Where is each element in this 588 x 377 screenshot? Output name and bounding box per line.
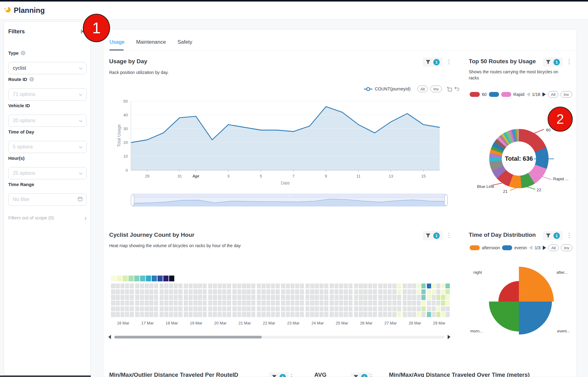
top-routes-subtitle: Shows the routes carrying the most bicyc…: [469, 69, 560, 81]
zoom-reset-icon[interactable]: [454, 86, 460, 92]
hour-heatmap: [111, 284, 450, 318]
next-page-icon[interactable]: [542, 92, 546, 97]
callout-rapid: Rapid ...: [553, 177, 568, 181]
routes-kebab-menu[interactable]: [566, 58, 572, 67]
annotation-step-2: 2: [548, 107, 573, 132]
filter-funnel-icon: [546, 60, 551, 64]
svg-text:29: 29: [145, 174, 149, 178]
bottom-kebab-menu[interactable]: [368, 373, 374, 377]
info-icon: [29, 77, 34, 82]
usage-kebab-menu[interactable]: [446, 58, 452, 67]
rose-chart[interactable]: [482, 265, 556, 338]
type-select[interactable]: cyclist: [8, 62, 87, 74]
usage-filter-chip[interactable]: 1: [423, 57, 442, 67]
usage-legend: COUNT(journeyId) All Inv: [364, 86, 460, 92]
filters-out-of-scope-link[interactable]: Filters out of scope (0)›: [8, 215, 87, 220]
planning-pie-icon: [4, 6, 11, 14]
legend-swatch[interactable]: [502, 245, 512, 250]
tab-maintenance[interactable]: Maintenance: [136, 39, 166, 45]
bottom-title-distance-per-route: Min/Max/Outlier Distance Traveled Per Ro…: [109, 372, 238, 377]
rose-label-night: night: [473, 270, 482, 275]
filter-funnel-icon: [426, 233, 431, 238]
usage-inv-button[interactable]: Inv: [430, 86, 442, 92]
time-of-day-title: Time of Day Distribution: [469, 232, 536, 238]
hours-select[interactable]: 25 options: [8, 167, 87, 179]
tab-usage[interactable]: Usage: [109, 39, 124, 45]
usage-all-button[interactable]: All: [417, 86, 428, 92]
chevron-down-icon: [79, 170, 83, 176]
next-page-icon[interactable]: [543, 246, 546, 250]
prev-page-icon[interactable]: [529, 246, 532, 250]
zoom-select-icon[interactable]: [447, 86, 452, 92]
filter-count-badge: 1: [279, 374, 286, 377]
vehicle-id-select[interactable]: 20 options: [8, 115, 87, 127]
svg-text:31: 31: [177, 174, 182, 178]
hm-date-labels: 16 Mar17 Mar18 Mar19 Mar20 Mar21 Mar22 M…: [111, 321, 451, 325]
tod-all-button[interactable]: All: [548, 244, 559, 251]
heatmap-scrollbar[interactable]: [114, 336, 445, 339]
routes-pagination: 1/18: [532, 92, 540, 97]
svg-text:Total Usage: Total Usage: [116, 124, 121, 147]
journey-filter-chip[interactable]: 1: [423, 231, 442, 240]
legend-label: afternoon: [482, 245, 500, 250]
series-label[interactable]: COUNT(journeyId): [375, 86, 411, 91]
active-tab-underline: [109, 49, 124, 50]
hm-colorscale: [111, 276, 174, 281]
legend-label: evenin: [514, 245, 527, 250]
bottom-filter-chip[interactable]: 1: [269, 372, 289, 377]
routes-inv-button[interactable]: Inv: [560, 91, 572, 98]
bottom-kebab-menu[interactable]: [289, 373, 294, 377]
scroll-left-icon[interactable]: [108, 335, 111, 339]
chevron-right-icon: ›: [84, 216, 87, 219]
filter-funnel-icon: [272, 375, 277, 377]
tabs-divider: [104, 50, 576, 51]
svg-text:0: 0: [126, 168, 128, 173]
svg-text:13: 13: [389, 174, 393, 178]
filter-count-badge: 1: [433, 59, 440, 65]
usage-by-day-title: Usage by Day: [109, 58, 147, 65]
svg-text:5: 5: [260, 174, 262, 178]
callout-line: [534, 159, 554, 159]
usage-by-day-subtitle: Rack position utilization by day.: [109, 70, 168, 75]
route-id-select[interactable]: 71 options: [8, 88, 87, 101]
scroll-right-icon[interactable]: [448, 335, 450, 339]
prev-page-icon[interactable]: [527, 92, 530, 97]
tod-kebab-menu[interactable]: [566, 232, 572, 240]
legend-swatch[interactable]: [470, 92, 480, 97]
legend-label: 60: [482, 92, 487, 97]
svg-text:Date: Date: [281, 181, 290, 185]
filters-panel: Filters Type cyclist Route ID 71 options…: [4, 21, 91, 375]
legend-swatch[interactable]: [501, 92, 511, 97]
legend-label: Rapid S: [513, 92, 524, 97]
route-id-label: Route ID: [8, 77, 34, 82]
bottom-filter-chip[interactable]: 1: [351, 372, 370, 377]
brush-chart[interactable]: [132, 194, 446, 207]
filter-funnel-icon: [426, 60, 431, 64]
chevron-down-icon: [79, 65, 83, 71]
svg-text:9: 9: [325, 174, 327, 178]
tab-safety[interactable]: Safety: [177, 39, 192, 45]
tod-filter-chip[interactable]: 1: [543, 231, 563, 240]
chevron-down-icon: [79, 118, 83, 123]
routes-filter-chip[interactable]: 1: [543, 57, 563, 67]
journey-kebab-menu[interactable]: [446, 232, 452, 240]
annotation-step-1: 1: [83, 14, 110, 42]
tod-pagination: 1/3: [534, 245, 540, 250]
time-of-day-select[interactable]: 5 options: [8, 141, 87, 153]
legend-swatch[interactable]: [470, 245, 480, 250]
filter-count-badge: 1: [433, 232, 440, 239]
filter-count-badge: 1: [553, 232, 560, 239]
page-title: Planning: [14, 6, 45, 15]
vehicle-id-label: Vehicle ID: [8, 103, 30, 108]
time-range-input[interactable]: No filter: [8, 193, 87, 206]
legend-swatch[interactable]: [489, 92, 499, 97]
svg-text:10: 10: [124, 154, 128, 159]
scrollbar-thumb[interactable]: [114, 336, 262, 339]
time-range-label: Time Range: [8, 182, 34, 187]
filter-count-badge: 1: [361, 374, 368, 377]
tod-inv-button[interactable]: Inv: [561, 244, 572, 251]
svg-text:Apr: Apr: [192, 174, 199, 178]
routes-all-button[interactable]: All: [548, 91, 558, 98]
routes-legend: 60 Rapid S 1/18 All Inv: [470, 91, 572, 98]
svg-text:20: 20: [124, 140, 128, 145]
